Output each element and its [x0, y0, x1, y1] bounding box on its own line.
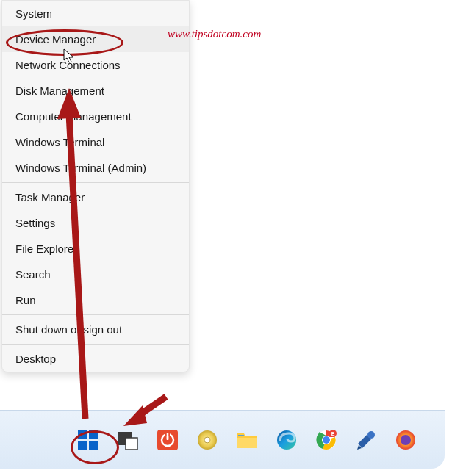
menu-separator	[2, 182, 189, 183]
menu-item-network-connections[interactable]: Network Connections	[2, 52, 189, 78]
svg-rect-2	[78, 441, 87, 450]
disc-app-button[interactable]	[193, 425, 222, 455]
menu-item-desktop[interactable]: Desktop	[2, 346, 189, 372]
svg-rect-3	[89, 441, 98, 450]
start-icon	[76, 428, 100, 452]
tool-app-button[interactable]	[351, 425, 381, 455]
taskview-button[interactable]	[113, 425, 143, 455]
menu-item-disk-management[interactable]: Disk Management	[2, 78, 189, 104]
svg-point-18	[323, 436, 330, 444]
menu-separator	[2, 314, 189, 315]
menu-item-computer-management[interactable]: Computer Management	[2, 104, 189, 129]
menu-item-device-manager[interactable]: Device Manager	[2, 26, 189, 52]
menu-item-run[interactable]: Run	[2, 287, 189, 313]
edge-icon	[276, 429, 298, 451]
menu-item-system[interactable]: System	[2, 1, 189, 26]
svg-point-21	[367, 431, 375, 439]
shutdown-icon	[157, 429, 179, 451]
tool-icon	[355, 429, 377, 451]
svg-text:E: E	[331, 431, 335, 436]
svg-point-23	[401, 435, 411, 445]
menu-item-shutdown-signout[interactable]: Shut down or sign out	[2, 317, 189, 342]
shutdown-app-button[interactable]	[153, 425, 182, 455]
disc-icon	[196, 429, 218, 451]
svg-rect-13	[237, 438, 257, 448]
svg-rect-0	[78, 430, 87, 439]
chrome-button[interactable]: E	[312, 425, 341, 455]
svg-point-12	[204, 437, 210, 443]
chrome-icon: E	[315, 429, 337, 451]
start-button[interactable]	[73, 425, 103, 455]
svg-rect-5	[126, 438, 137, 450]
menu-item-search[interactable]: Search	[2, 262, 189, 287]
menu-item-windows-terminal[interactable]: Windows Terminal	[2, 129, 189, 155]
svg-rect-14	[238, 435, 244, 436]
firefox-button[interactable]	[391, 425, 420, 455]
menu-item-file-explorer[interactable]: File Explorer	[2, 236, 189, 262]
menu-item-settings[interactable]: Settings	[2, 210, 189, 236]
taskview-icon	[117, 429, 139, 451]
menu-separator	[2, 344, 189, 345]
menu-item-windows-terminal-admin[interactable]: Windows Terminal (Admin)	[2, 155, 189, 181]
watermark-text: www.tipsdotcom.com	[168, 28, 261, 40]
file-explorer-button[interactable]	[232, 425, 262, 455]
svg-rect-1	[89, 430, 98, 439]
file-explorer-icon	[235, 429, 259, 451]
win-x-context-menu: System Device Manager Network Connection…	[1, 0, 190, 372]
firefox-icon	[395, 429, 417, 451]
edge-button[interactable]	[272, 425, 301, 455]
taskbar: E	[0, 410, 445, 469]
menu-item-task-manager[interactable]: Task Manager	[2, 184, 189, 210]
